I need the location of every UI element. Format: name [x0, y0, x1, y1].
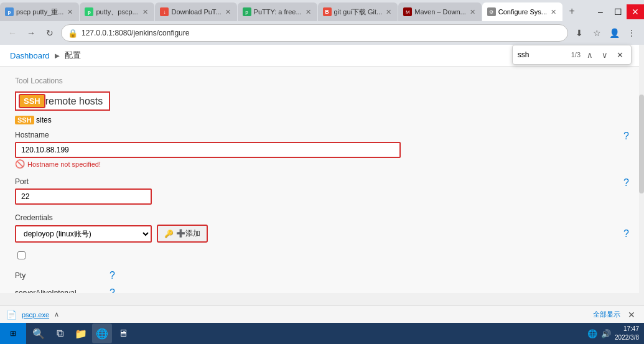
tab-favicon-pscp: p [5, 7, 14, 16]
tab-close-putty[interactable]: ✕ [141, 7, 149, 17]
new-tab-button[interactable]: + [563, 2, 581, 20]
refresh-button[interactable]: ↻ [42, 26, 57, 40]
tab-git[interactable]: B git gui下载 Git... ✕ [318, 2, 398, 21]
scrollbar-thumb[interactable] [639, 95, 644, 194]
config-area: Tool Locations SSH remote hosts SSH site… [0, 67, 644, 293]
taskbar-search-icon[interactable]: 🔍 [29, 323, 49, 343]
download-bar-close-button[interactable]: ✕ [625, 309, 638, 321]
credentials-group: Credentials deployop (linux账号) 🔑 ➕添加 ? [15, 213, 629, 243]
port-help-icon[interactable]: ? [623, 177, 629, 188]
hostname-error: 🚫 Hostname not specified! [15, 159, 617, 169]
download-filename[interactable]: pscp.exe [22, 311, 49, 318]
url-bar[interactable]: 🔒 127.0.0.1:8080/jenkins/configure [61, 24, 568, 42]
port-input[interactable] [15, 188, 152, 205]
lock-icon: 🔒 [68, 29, 78, 38]
tab-title-maven: Maven – Down... [414, 8, 466, 16]
scrollbar[interactable] [639, 45, 644, 293]
breadcrumb-separator: ► [54, 51, 62, 60]
close-button[interactable]: ✕ [627, 4, 644, 19]
tab-favicon-maven: M [403, 7, 412, 16]
tab-favicon-dl: ↓ [160, 7, 169, 16]
taskbar-task-view-icon[interactable]: ⧉ [50, 323, 70, 343]
taskbar-file-manager-icon[interactable]: 📁 [71, 323, 91, 343]
download-action-icon[interactable]: ⬇ [572, 26, 587, 40]
download-file-icon: 📄 [6, 310, 17, 320]
server-alive-help-icon[interactable]: ? [110, 287, 115, 293]
pty-label: Pty [15, 271, 102, 280]
tab-title-pscp: pscp putty_重... [16, 7, 63, 17]
checkbox-row [17, 251, 629, 261]
address-bar: ← → ↻ 🔒 127.0.0.1:8080/jenkins/configure… [0, 21, 644, 45]
credentials-help-icon[interactable]: ? [623, 228, 629, 239]
error-icon: 🚫 [15, 159, 25, 169]
system-tray-icons: 🌐 🔊 [586, 328, 612, 340]
credentials-select[interactable]: deployop (linux账号) [15, 225, 152, 243]
breadcrumb-dashboard[interactable]: Dashboard [10, 51, 50, 60]
server-alive-label: serverAliveInterval [15, 289, 102, 293]
tab-putty2[interactable]: p PuTTY: a free... ✕ [238, 2, 317, 21]
profile-icon[interactable]: 👤 [607, 26, 622, 40]
hostname-help-icon[interactable]: ? [623, 131, 629, 142]
search-prev-button[interactable]: ∧ [584, 49, 595, 61]
back-button[interactable]: ← [5, 26, 20, 40]
tab-close-dl[interactable]: ✕ [224, 7, 232, 17]
hostname-group: Hostname 🚫 Hostname not specified! ? [15, 131, 629, 169]
hostname-label: Hostname [15, 131, 617, 139]
download-right-area: 全部显示 ✕ [593, 309, 638, 321]
tray-network-icon: 🌐 [586, 328, 599, 340]
key-icon: 🔑 [164, 230, 174, 238]
tab-download[interactable]: ↓ Download PuT... ✕ [155, 2, 236, 21]
taskbar-terminal-icon[interactable]: 🖥 [113, 323, 133, 343]
start-button[interactable]: ⊞ [0, 323, 26, 344]
section-header: SSH remote hosts [15, 91, 110, 111]
taskbar-datetime: 17:47 2022/3/8 [615, 325, 639, 342]
tab-close-configure[interactable]: ✕ [549, 7, 558, 17]
download-expand-button[interactable]: ∧ [54, 310, 59, 318]
tab-title-configure: Configure Sys... [498, 8, 547, 16]
tab-favicon-configure: ⚙ [487, 7, 496, 16]
tool-locations-label: Tool Locations [15, 77, 629, 85]
tab-close-maven[interactable]: ✕ [469, 7, 477, 17]
credentials-row: deployop (linux账号) 🔑 ➕添加 ? [15, 225, 629, 243]
forward-button[interactable]: → [24, 26, 39, 40]
tab-configure[interactable]: ⚙ Configure Sys... ✕ [482, 2, 562, 21]
tab-title-dl: Download PuT... [171, 8, 221, 16]
search-overlay: 1/3 ∧ ∨ ✕ [512, 45, 632, 65]
pty-help-icon[interactable]: ? [110, 270, 115, 281]
tab-pscp[interactable]: p pscp putty_重... ✕ [0, 2, 79, 21]
page-content: Dashboard ► 配置 Tool Locations SSH remote… [0, 45, 644, 293]
taskbar-date: 2022/3/8 [615, 333, 639, 342]
tab-maven[interactable]: M Maven – Down... ✕ [398, 2, 482, 21]
minimize-button[interactable]: – [592, 4, 609, 19]
hostname-error-text: Hostname not specified! [27, 160, 101, 168]
tab-title-putty: putty、pscp... [96, 7, 139, 17]
tab-close-pscp[interactable]: ✕ [66, 7, 74, 17]
search-input[interactable] [518, 50, 567, 59]
browser-actions: ⬇ ☆ 👤 ⋮ [572, 26, 639, 40]
tab-putty[interactable]: p putty、pscp... ✕ [80, 2, 154, 21]
url-text: 127.0.0.1:8080/jenkins/configure [82, 29, 561, 37]
tab-favicon-putty: p [85, 7, 93, 16]
hostname-input[interactable] [15, 142, 401, 158]
tray-volume-icon: 🔊 [600, 328, 612, 340]
search-next-button[interactable]: ∨ [599, 49, 610, 61]
bookmark-icon[interactable]: ☆ [589, 26, 604, 40]
show-all-button[interactable]: 全部显示 [593, 310, 620, 319]
tab-close-putty2[interactable]: ✕ [304, 7, 312, 17]
menu-icon[interactable]: ⋮ [624, 26, 639, 40]
ssh-sites-label: SSH sites [15, 116, 629, 124]
tab-close-git[interactable]: ✕ [385, 7, 393, 17]
tab-title-git: git gui下载 Git... [334, 7, 383, 17]
taskbar-browser-icon[interactable]: 🌐 [92, 323, 112, 343]
server-alive-row: serverAliveInterval ? [15, 287, 629, 293]
add-credentials-button[interactable]: 🔑 ➕添加 [157, 225, 208, 243]
tab-title-putty2: PuTTY: a free... [254, 8, 302, 16]
tab-favicon-git: B [323, 7, 332, 16]
tab-bar: p pscp putty_重... ✕ p putty、pscp... ✕ ↓ … [0, 0, 644, 21]
taskbar-right: 🌐 🔊 17:47 2022/3/8 [586, 325, 644, 342]
maximize-button[interactable]: ☐ [609, 4, 627, 19]
add-btn-label: ➕添加 [176, 228, 200, 239]
taskbar-icons: 🔍 ⧉ 📁 🌐 🖥 [26, 323, 136, 343]
pty-checkbox[interactable] [17, 251, 26, 259]
search-close-button[interactable]: ✕ [614, 49, 626, 61]
